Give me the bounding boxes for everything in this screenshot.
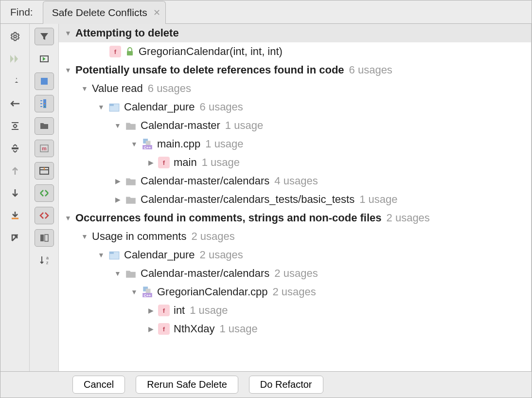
usage-count: 2 usages [272, 286, 316, 298]
chevron-down-icon[interactable] [113, 122, 122, 129]
back-icon[interactable] [5, 95, 25, 112]
group-file-structure-icon[interactable] [35, 117, 54, 135]
chevron-down-icon[interactable] [80, 85, 89, 92]
tree-node-function[interactable]: f NthXday 1 usage [59, 320, 531, 338]
chevron-down-icon[interactable] [97, 251, 106, 259]
node-label: Calendar-master/calendars_tests/basic_te… [141, 193, 355, 206]
chevron-down-icon[interactable] [64, 66, 72, 74]
svg-text:C++: C++ [144, 293, 151, 298]
tree-node-dir[interactable]: Calendar-master/calendars_tests/basic_te… [59, 190, 531, 209]
node-label: Calendar_pure [124, 249, 195, 261]
export-icon[interactable] [5, 207, 25, 224]
svg-text:z: z [46, 260, 49, 265]
tab-title: Safe Delete Conflicts [52, 7, 147, 18]
svg-rect-5 [44, 106, 46, 108]
chevron-down-icon[interactable] [97, 103, 106, 111]
node-label: main.cpp [157, 138, 200, 150]
close-icon[interactable]: ✕ [153, 7, 160, 18]
svg-rect-4 [44, 103, 46, 105]
tree-node-file[interactable]: C++ GregorianCalendar.cpp 2 usages [59, 283, 531, 301]
tree-node-project[interactable]: Calendar_pure 2 usages [59, 246, 531, 264]
cpp-file-icon: C++ [142, 138, 153, 150]
svg-rect-15 [109, 104, 114, 106]
next-occurrence-icon[interactable] [5, 184, 25, 202]
open-new-tab-icon[interactable] [5, 229, 25, 247]
chevron-down-icon[interactable] [64, 214, 72, 222]
svg-text:m: m [42, 145, 47, 151]
chevron-down-icon[interactable] [130, 140, 139, 148]
find-label: Find: [0, 6, 43, 18]
tab-safe-delete-conflicts[interactable]: Safe Delete Conflicts ✕ [43, 1, 166, 24]
chevron-right-icon[interactable] [113, 196, 122, 203]
tree-node-dir[interactable]: Calendar-master/calendars 4 usages [59, 172, 531, 190]
bottom-bar: Cancel Rerun Safe Delete Do Refactor [0, 371, 532, 398]
rerun-icon[interactable] [5, 50, 25, 68]
cancel-button[interactable]: Cancel [72, 376, 125, 394]
usage-tree[interactable]: Attempting to delete f GregorianCalendar… [59, 24, 532, 371]
group-method-icon[interactable]: m [35, 140, 54, 157]
section-title: Attempting to delete [75, 27, 179, 39]
usage-count: 6 usages [349, 64, 392, 76]
section-attempting[interactable]: Attempting to delete [59, 24, 531, 42]
usage-count: 2 usages [200, 249, 243, 261]
chevron-down-icon[interactable] [64, 29, 72, 37]
autoscroll-source-icon[interactable] [35, 50, 54, 68]
tree-node-value-read[interactable]: Value read 6 usages [59, 79, 531, 98]
node-label: main [174, 156, 197, 169]
expand-all-icon[interactable] [5, 117, 25, 135]
target-row[interactable]: f GregorianCalendar(int, int, int) [59, 42, 531, 61]
prev-occurrence-icon[interactable] [5, 162, 25, 180]
tree-node-dir[interactable]: Calendar-master 1 usage [59, 116, 531, 135]
cpp-file-icon: C++ [142, 286, 153, 298]
node-label: NthXday [174, 323, 214, 335]
folder-icon [125, 268, 137, 279]
show-write-icon[interactable] [35, 207, 54, 224]
left-toolbar [0, 24, 30, 371]
svg-rect-17 [146, 141, 151, 145]
lock-icon [125, 46, 135, 57]
usage-count: 1 usage [190, 304, 228, 317]
show-import-icon[interactable] [35, 162, 54, 180]
function-icon: f [158, 323, 170, 335]
collapse-all-icon[interactable] [5, 140, 25, 157]
tree-node-dir[interactable]: Calendar-master/calendars 2 usages [59, 264, 531, 283]
node-label: Usage in comments [92, 230, 186, 243]
tree-node-usage-in-comments[interactable]: Usage in comments 2 usages [59, 227, 531, 246]
chevron-down-icon[interactable] [130, 288, 139, 296]
usage-count: 2 usages [274, 267, 318, 280]
tree-node-file[interactable]: C++ main.cpp 1 usage [59, 135, 531, 153]
svg-rect-2 [41, 78, 48, 85]
section-unsafe[interactable]: Potentially unsafe to delete references … [59, 61, 531, 79]
group-module-icon[interactable] [35, 72, 54, 90]
tree-node-project[interactable]: Calendar_pure 6 usages [59, 98, 531, 116]
chevron-right-icon[interactable] [146, 307, 155, 314]
function-icon: f [109, 46, 121, 57]
node-label: Value read [92, 82, 143, 95]
rerun-safe-delete-button[interactable]: Rerun Safe Delete [136, 376, 238, 394]
group-usage-type-icon[interactable] [35, 95, 54, 112]
sort-alpha-icon[interactable]: az [35, 252, 54, 269]
chevron-right-icon[interactable] [146, 325, 155, 333]
chevron-right-icon[interactable] [146, 159, 155, 166]
filter-icon[interactable] [35, 28, 54, 45]
chevron-right-icon[interactable] [113, 177, 122, 185]
folder-icon [125, 194, 137, 205]
settings-icon[interactable] [5, 28, 25, 45]
svg-rect-21 [109, 252, 114, 253]
svg-rect-3 [44, 100, 46, 102]
node-label: Calendar_pure [124, 101, 195, 113]
tree-node-function[interactable]: f int 1 usage [59, 301, 531, 320]
pin-icon[interactable] [5, 72, 25, 90]
show-read-icon[interactable] [35, 184, 54, 202]
chevron-down-icon[interactable] [80, 233, 89, 240]
svg-text:C++: C++ [144, 145, 151, 150]
svg-point-0 [14, 35, 17, 38]
chevron-down-icon[interactable] [113, 270, 122, 277]
tree-node-function[interactable]: f main 1 usage [59, 153, 531, 172]
usage-count: 1 usage [202, 156, 240, 169]
module-icon [108, 249, 120, 261]
usage-count: 6 usages [200, 101, 243, 113]
section-comments[interactable]: Occurrences found in comments, strings a… [59, 209, 531, 227]
do-refactor-button[interactable]: Do Refactor [249, 376, 323, 394]
preview-icon[interactable] [35, 229, 54, 247]
